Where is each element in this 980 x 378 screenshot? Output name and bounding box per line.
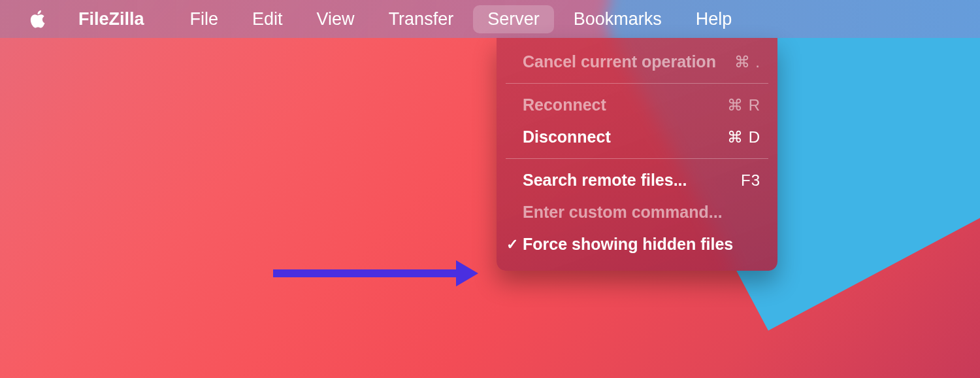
app-name[interactable]: FileZilla: [78, 9, 144, 29]
menuitem-label: Reconnect: [523, 95, 727, 114]
server-menu-dropdown: Cancel current operation ⌘ . Reconnect ⌘…: [497, 38, 777, 271]
menuitem-shortcut: ⌘ D: [727, 128, 760, 146]
menu-file[interactable]: File: [176, 5, 233, 33]
menuitem-shortcut: F3: [741, 171, 760, 190]
menu-bookmarks[interactable]: Bookmarks: [559, 5, 676, 33]
menuitem-force-showing-hidden-files[interactable]: ✓ Force showing hidden files: [497, 228, 777, 260]
menu-server[interactable]: Server: [473, 5, 554, 33]
menu-separator: [506, 83, 768, 84]
desktop-wallpaper: [0, 0, 980, 378]
checkmark-icon: ✓: [502, 236, 523, 253]
menuitem-disconnect[interactable]: Disconnect ⌘ D: [497, 121, 777, 153]
menuitem-shortcut: ⌘ .: [734, 53, 760, 71]
menuitem-label: Disconnect: [523, 128, 727, 146]
menuitem-enter-custom-command: Enter custom command...: [497, 196, 777, 228]
menuitem-search-remote-files[interactable]: Search remote files... F3: [497, 164, 777, 196]
menu-transfer[interactable]: Transfer: [374, 5, 468, 33]
menu-help[interactable]: Help: [681, 5, 747, 33]
menubar: FileZilla File Edit View Transfer Server…: [0, 0, 980, 38]
menu-edit[interactable]: Edit: [238, 5, 297, 33]
annotation-arrow: [273, 260, 478, 286]
arrow-head-icon: [456, 260, 478, 286]
menuitem-label: Enter custom command...: [523, 203, 760, 222]
menuitem-label: Search remote files...: [523, 171, 741, 190]
apple-logo-icon[interactable]: [29, 9, 47, 29]
menuitem-cancel-current-operation: Cancel current operation ⌘ .: [497, 46, 777, 78]
menu-separator: [506, 158, 768, 159]
menuitem-shortcut: ⌘ R: [727, 96, 760, 114]
menuitem-label: Cancel current operation: [523, 52, 734, 71]
menu-view[interactable]: View: [302, 5, 369, 33]
menuitem-reconnect: Reconnect ⌘ R: [497, 89, 777, 121]
menuitem-label: Force showing hidden files: [523, 235, 760, 254]
arrow-shaft: [273, 269, 456, 277]
